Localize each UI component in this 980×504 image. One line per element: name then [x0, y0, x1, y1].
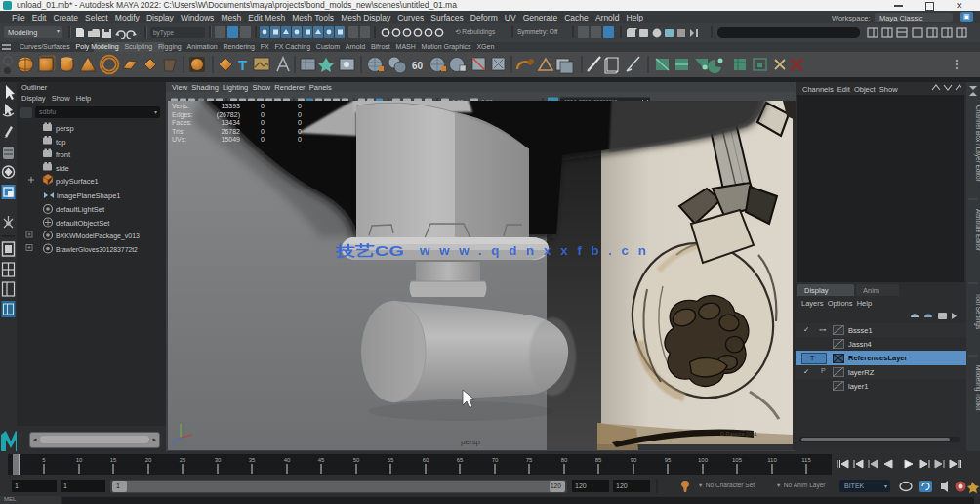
svg-text:85: 85	[595, 457, 602, 463]
svg-text:65: 65	[457, 457, 464, 463]
svg-text:Attribute Editor: Attribute Editor	[975, 209, 980, 252]
svg-text:45: 45	[318, 457, 325, 463]
svg-text:5: 5	[42, 457, 46, 463]
svg-text:60: 60	[412, 61, 424, 71]
svg-text:D.Rapoza 2011: D.Rapoza 2011	[720, 431, 757, 437]
svg-text:20: 20	[145, 457, 152, 463]
svg-text:26782: 26782	[222, 128, 241, 135]
svg-text:110: 110	[767, 457, 777, 463]
svg-text:polySurface1: polySurface1	[56, 177, 99, 186]
svg-text:10: 10	[76, 457, 83, 463]
svg-text:persp: persp	[461, 438, 481, 446]
svg-text:0: 0	[298, 111, 302, 118]
svg-text:Tris:: Tris:	[172, 128, 184, 135]
svg-text:0: 0	[261, 119, 265, 126]
svg-text:95: 95	[665, 457, 672, 463]
svg-text:imagePlaneShape1: imagePlaneShape1	[57, 191, 120, 200]
svg-text:0: 0	[298, 103, 302, 109]
svg-text:0: 0	[261, 136, 265, 143]
svg-text:100: 100	[698, 457, 709, 463]
svg-text:Channel Box / Layer Editor: Channel Box / Layer Editor	[974, 105, 980, 183]
svg-text:Verts:: Verts:	[172, 103, 189, 109]
svg-text:90: 90	[631, 457, 637, 463]
svg-text:40: 40	[284, 457, 291, 463]
svg-text:13434: 13434	[222, 119, 241, 126]
svg-text:0: 0	[298, 136, 302, 143]
svg-text:15049: 15049	[222, 136, 241, 143]
svg-text:front: front	[56, 150, 71, 159]
svg-text:75: 75	[526, 457, 533, 463]
svg-text:Faces:: Faces:	[172, 119, 192, 126]
svg-text:0: 0	[261, 111, 265, 118]
svg-text:105: 105	[732, 457, 743, 463]
svg-text:80: 80	[561, 457, 568, 463]
svg-text:Modeling Toolkit: Modeling Toolkit	[974, 365, 980, 411]
svg-text:0: 0	[298, 128, 302, 135]
svg-text:0: 0	[261, 128, 265, 135]
svg-text:defaultLightSet: defaultLightSet	[56, 205, 105, 214]
svg-text:top: top	[56, 138, 65, 147]
svg-text:50: 50	[353, 457, 360, 463]
svg-text:13393: 13393	[222, 103, 241, 109]
svg-text:(26782): (26782)	[217, 111, 240, 119]
svg-text:0: 0	[261, 103, 265, 109]
svg-text:30: 30	[215, 457, 222, 463]
svg-text:55: 55	[388, 457, 394, 463]
svg-text:15: 15	[110, 457, 117, 463]
svg-text:25: 25	[180, 457, 186, 463]
svg-text:defaultObjectSet: defaultObjectSet	[56, 219, 110, 228]
svg-text:persp: persp	[56, 124, 74, 133]
svg-text:UVs:: UVs:	[172, 136, 186, 143]
svg-text:70: 70	[492, 457, 499, 463]
svg-text:115: 115	[801, 457, 811, 463]
svg-text:技艺CG: 技艺CG	[335, 242, 404, 259]
svg-text:Tool Settings: Tool Settings	[974, 293, 980, 330]
svg-text:side: side	[56, 164, 69, 173]
svg-text:T: T	[238, 57, 247, 73]
svg-text:BrawlerGloves301283772t2: BrawlerGloves301283772t2	[56, 246, 138, 253]
svg-text:Edges:: Edges:	[172, 111, 193, 119]
svg-text:35: 35	[249, 457, 256, 463]
svg-text:60: 60	[423, 457, 429, 463]
svg-text:BXKWModelPackage_v013: BXKWModelPackage_v013	[56, 232, 140, 240]
svg-text:0: 0	[298, 119, 302, 126]
